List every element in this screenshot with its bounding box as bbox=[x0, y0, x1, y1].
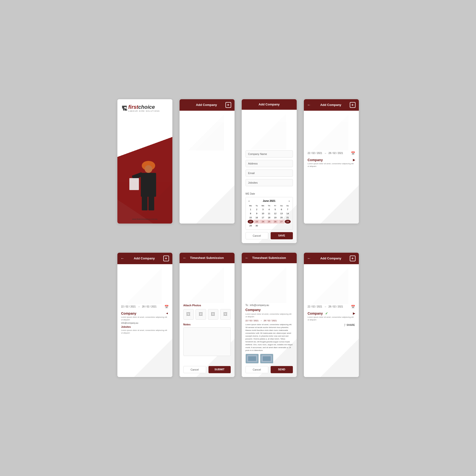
cal-day-24[interactable]: 24 bbox=[260, 220, 266, 223]
attach-photos-label: Attach Photos bbox=[183, 304, 231, 307]
svg-marker-13 bbox=[250, 114, 286, 149]
calendar-icon-5[interactable]: 📅 bbox=[165, 305, 169, 309]
cal-day-8[interactable]: 8 bbox=[248, 212, 254, 215]
cancel-button[interactable]: Cancel bbox=[246, 232, 268, 239]
screen-timesheet-view: ← Timesheet Submission To : info@company… bbox=[242, 253, 297, 377]
cal-day-4[interactable]: 4 bbox=[266, 207, 272, 211]
cal-day-5[interactable]: 5 bbox=[272, 207, 278, 211]
cal-day-29[interactable]: 29 bbox=[248, 224, 254, 228]
photo-slot-4[interactable]: 🖼 bbox=[220, 309, 231, 320]
back-button-5[interactable]: ← bbox=[121, 256, 125, 261]
cal-day-26[interactable]: 26 bbox=[272, 220, 278, 223]
cal-day-27[interactable]: 27 bbox=[278, 220, 285, 223]
plus-button-4[interactable]: + bbox=[350, 102, 356, 108]
expand-arrow-8[interactable]: ▶ bbox=[353, 312, 355, 315]
screen-splash: 🏗 firstchoice LABOUR HIRE SOLUTIONS www.… bbox=[117, 99, 172, 223]
jobsites-desc-5: Lorem ipsum dolor sit amet, consectetur … bbox=[121, 329, 169, 334]
cal-day-14[interactable]: 14 bbox=[285, 212, 291, 215]
company-desc-4: Lorem ipsum dolor sit amet, consectetur … bbox=[308, 162, 355, 168]
next-month-button[interactable]: › bbox=[288, 199, 290, 203]
photo-slot-1[interactable]: 🖼 bbox=[183, 309, 194, 320]
company-item-5: Company ▼ Lorem ipsum dolor sit amet, co… bbox=[121, 311, 169, 335]
cal-day-3[interactable]: 3 bbox=[260, 207, 266, 211]
cal-day-17[interactable]: 17 bbox=[260, 216, 266, 220]
screen-company-verified: ← Add Company + 22 / 02 / 2021 → 28 / 02… bbox=[304, 253, 359, 377]
cal-day-19[interactable]: 19 bbox=[272, 216, 278, 220]
save-button[interactable]: SAVE bbox=[271, 232, 293, 239]
cal-day-1[interactable]: 1 bbox=[248, 207, 254, 211]
header-title-7: Timesheet Submission bbox=[250, 256, 289, 260]
ts-company-desc: Lorem ipsum dolor sit amet, consectetur … bbox=[246, 313, 293, 318]
header-bar-3: Add Company bbox=[242, 99, 297, 110]
back-button-7[interactable]: ← bbox=[245, 256, 250, 260]
ts-date-start: 22 / 02 / 2021 bbox=[246, 319, 259, 322]
cal-day-11[interactable]: 11 bbox=[266, 212, 272, 215]
prev-month-button[interactable]: ‹ bbox=[248, 199, 251, 203]
cal-day-12[interactable]: 12 bbox=[272, 212, 278, 215]
header-bar-5: ← Add Company + bbox=[117, 253, 172, 264]
cal-day-30[interactable]: 30 bbox=[254, 224, 260, 228]
header-title-8: Add Company bbox=[312, 256, 350, 260]
jobsites-field[interactable]: Jobsites bbox=[246, 179, 293, 186]
expand-arrow-4[interactable]: ▶ bbox=[353, 158, 355, 162]
notes-area[interactable] bbox=[183, 327, 231, 356]
calendar[interactable]: ‹ June 2021 › Mo Tu We Th Fr Sa Su 1 bbox=[246, 197, 293, 230]
timesheet-form-buttons: Cancel SUBMIT bbox=[183, 366, 231, 373]
company-item-8: Company ✓ ▶ Lorem ipsum dolor sit amet, … bbox=[308, 311, 355, 327]
cal-day-23[interactable]: 23 bbox=[254, 220, 260, 223]
splash-footer: www.firstchoicelabour.com.au bbox=[117, 218, 172, 220]
company-verified-body: 22 / 02 / 2021 → 28 / 02 / 2021 📅 Compan… bbox=[304, 264, 359, 377]
ts-date-range: 22 / 02 / 2021 → 28 / 02 / 2021 bbox=[246, 319, 293, 322]
back-button-8[interactable]: ← bbox=[307, 256, 312, 261]
plus-button-5[interactable]: + bbox=[163, 255, 169, 261]
cal-day-13[interactable]: 13 bbox=[278, 212, 285, 215]
address-field[interactable]: Address bbox=[246, 160, 293, 167]
cal-header-we: We bbox=[260, 204, 266, 207]
ts-cancel-button[interactable]: Cancel bbox=[183, 366, 206, 373]
date-start-8: 22 / 02 / 2021 bbox=[308, 305, 322, 308]
empty-list-body bbox=[180, 111, 235, 223]
to-label: To : info@company.au bbox=[246, 304, 293, 306]
cal-day-9[interactable]: 9 bbox=[254, 212, 260, 215]
date-range-row-5: 22 / 02 / 2021 → 28 / 02 / 2021 📅 bbox=[121, 305, 169, 309]
calendar-grid: Mo Tu We Th Fr Sa Su 1 2 3 4 5 6 bbox=[248, 204, 291, 228]
cal-day-28[interactable]: 28 bbox=[285, 220, 291, 223]
company-view-body: 22 / 02 / 2021 → 28 / 02 / 2021 📅 Compan… bbox=[304, 111, 359, 223]
cal-day-2[interactable]: 2 bbox=[254, 207, 260, 211]
ts-submit-button[interactable]: SUBMIT bbox=[208, 366, 231, 373]
back-button-6[interactable]: ← bbox=[183, 256, 188, 260]
cal-day-21[interactable]: 21 bbox=[285, 216, 291, 220]
add-company-plus-button[interactable]: + bbox=[225, 102, 231, 108]
form-button-row: Cancel SAVE bbox=[246, 232, 293, 239]
company-name-field[interactable]: Company Name bbox=[246, 150, 293, 157]
ts-send-button[interactable]: SEND bbox=[271, 366, 293, 373]
ts-view-cancel-button[interactable]: Cancel bbox=[246, 366, 268, 373]
calendar-icon-8[interactable]: 📅 bbox=[351, 305, 355, 309]
back-button-4[interactable]: ← bbox=[307, 103, 312, 107]
share-label[interactable]: SHARE bbox=[346, 324, 355, 326]
cal-day-25[interactable]: 25 bbox=[266, 220, 272, 223]
brand-name-first: first bbox=[128, 104, 138, 110]
cal-day-6[interactable]: 6 bbox=[278, 207, 285, 211]
cal-day-20[interactable]: 20 bbox=[278, 216, 285, 220]
calendar-icon-4[interactable]: 📅 bbox=[351, 151, 355, 155]
photo-slot-3[interactable]: 🖼 bbox=[208, 309, 219, 320]
cal-day-10[interactable]: 10 bbox=[260, 212, 266, 215]
company-desc-8: Lorem ipsum dolor sit amet, consectetur … bbox=[308, 316, 355, 321]
photo-placeholders: 🖼 🖼 🖼 🖼 bbox=[183, 309, 231, 320]
brand-tagline: LABOUR HIRE SOLUTIONS bbox=[128, 110, 160, 112]
date-arrow-4: → bbox=[324, 152, 327, 154]
photo-slot-2[interactable]: 🖼 bbox=[196, 309, 206, 320]
photo-thumbnails bbox=[246, 354, 293, 363]
cal-day-22[interactable]: 22 bbox=[248, 220, 254, 223]
plus-button-8[interactable]: + bbox=[350, 255, 356, 261]
cal-day-16[interactable]: 16 bbox=[254, 216, 260, 220]
app-container: 🏗 firstchoice LABOUR HIRE SOLUTIONS www.… bbox=[0, 0, 476, 476]
website-label: www.firstchoicelabour.com.au bbox=[132, 218, 157, 220]
cal-day-18[interactable]: 18 bbox=[266, 216, 272, 220]
header-title-6: Timesheet Submission bbox=[188, 256, 226, 260]
cal-day-15[interactable]: 15 bbox=[248, 216, 254, 220]
collapse-arrow-5[interactable]: ▼ bbox=[165, 312, 169, 315]
email-field[interactable]: Email bbox=[246, 170, 293, 177]
cal-day-7[interactable]: 7 bbox=[285, 207, 291, 211]
